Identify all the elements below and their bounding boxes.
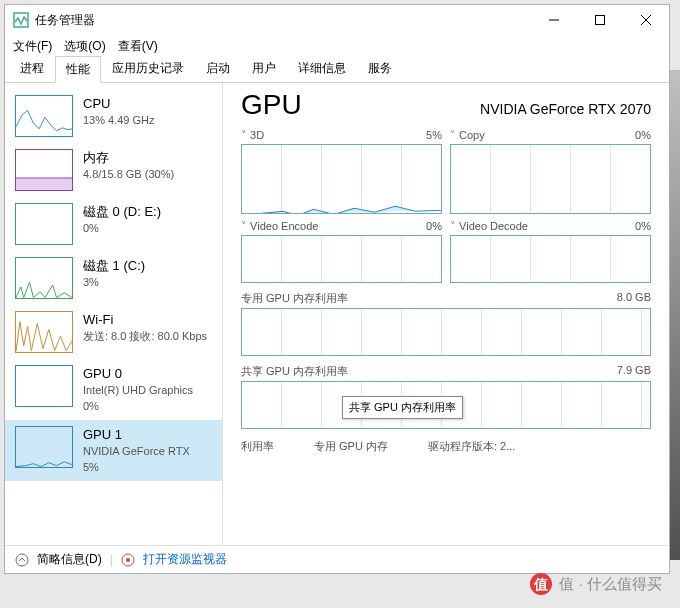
sidebar-gpu0-title: GPU 0 — [83, 365, 193, 383]
menu-options[interactable]: 选项(O) — [64, 38, 105, 55]
window-title: 任务管理器 — [35, 12, 531, 29]
sidebar-wifi-title: Wi-Fi — [83, 311, 207, 329]
tab-app-history[interactable]: 应用历史记录 — [101, 55, 195, 82]
sidebar-mem-sub: 4.8/15.8 GB (30%) — [83, 167, 174, 182]
task-manager-window: 任务管理器 文件(F) 选项(O) 查看(V) 进程 性能 应用历史记录 启动 … — [4, 4, 670, 574]
close-button[interactable] — [623, 5, 669, 35]
svg-rect-5 — [16, 178, 72, 191]
monitor-icon — [121, 553, 135, 567]
sidebar-disk0-title: 磁盘 0 (D: E:) — [83, 203, 161, 221]
stat-driver-label: 驱动程序版本: — [428, 440, 497, 452]
chart-shared-memory: 共享 GPU 内存利用率 — [241, 381, 651, 429]
sidebar: CPU13% 4.49 GHz 内存4.8/15.8 GB (30%) 磁盘 0… — [5, 83, 223, 545]
minimize-button[interactable] — [531, 5, 577, 35]
sidebar-gpu1-title: GPU 1 — [83, 426, 190, 444]
sidebar-wifi-sub: 发送: 8.0 接收: 80.0 Kbps — [83, 329, 207, 344]
sidebar-disk1-sub: 3% — [83, 275, 145, 290]
stat-dedmem-label: 专用 GPU 内存 — [314, 439, 388, 454]
watermark: 值 值 · 什么值得买 — [529, 572, 662, 596]
statusbar: 简略信息(D) | 打开资源监视器 — [5, 545, 669, 573]
sidebar-item-gpu0[interactable]: GPU 0Intel(R) UHD Graphics 0% — [5, 359, 222, 420]
sidebar-item-memory[interactable]: 内存4.8/15.8 GB (30%) — [5, 143, 222, 197]
svg-rect-2 — [596, 16, 605, 25]
watermark-icon: 值 — [529, 572, 553, 596]
tab-processes[interactable]: 进程 — [9, 55, 55, 82]
titlebar: 任务管理器 — [5, 5, 669, 35]
brief-info-link[interactable]: 简略信息(D) — [37, 551, 102, 568]
resource-monitor-link[interactable]: 打开资源监视器 — [143, 551, 227, 568]
app-icon — [13, 12, 29, 28]
stat-util-label: 利用率 — [241, 439, 274, 454]
sidebar-disk0-sub: 0% — [83, 221, 161, 236]
maximize-button[interactable] — [577, 5, 623, 35]
dedmem-max: 8.0 GB — [617, 291, 651, 306]
svg-text:值: 值 — [533, 576, 548, 592]
sidebar-mem-title: 内存 — [83, 149, 174, 167]
sidebar-gpu0-sub: Intel(R) UHD Graphics 0% — [83, 383, 193, 414]
watermark-text: 值 · 什么值得买 — [559, 575, 662, 594]
menu-file[interactable]: 文件(F) — [13, 38, 52, 55]
chart-video-encode — [241, 235, 442, 283]
chart-3d-value: 5% — [426, 129, 442, 142]
tab-bar: 进程 性能 应用历史记录 启动 用户 详细信息 服务 — [5, 57, 669, 83]
chart-copy-label[interactable]: Copy — [450, 129, 485, 142]
sidebar-item-disk1[interactable]: 磁盘 1 (C:)3% — [5, 251, 222, 305]
sidebar-cpu-title: CPU — [83, 95, 155, 113]
sidebar-item-cpu[interactable]: CPU13% 4.49 GHz — [5, 89, 222, 143]
tooltip: 共享 GPU 内存利用率 — [342, 396, 463, 419]
dedmem-label: 专用 GPU 内存利用率 — [241, 291, 348, 306]
detail-panel: GPU NVIDIA GeForce RTX 2070 3D5% Copy0% … — [223, 83, 669, 545]
chart-video-decode — [450, 235, 651, 283]
chart-vdec-label[interactable]: Video Decode — [450, 220, 528, 233]
chart-3d-label[interactable]: 3D — [241, 129, 264, 142]
sidebar-item-disk0[interactable]: 磁盘 0 (D: E:)0% — [5, 197, 222, 251]
chart-venc-value: 0% — [426, 220, 442, 233]
tab-services[interactable]: 服务 — [357, 55, 403, 82]
tab-startup[interactable]: 启动 — [195, 55, 241, 82]
shmem-max: 7.9 GB — [617, 364, 651, 379]
chart-venc-label[interactable]: Video Encode — [241, 220, 318, 233]
chart-copy-value: 0% — [635, 129, 651, 142]
sidebar-disk1-title: 磁盘 1 (C:) — [83, 257, 145, 275]
tab-details[interactable]: 详细信息 — [287, 55, 357, 82]
sidebar-cpu-sub: 13% 4.49 GHz — [83, 113, 155, 128]
chart-copy — [450, 144, 651, 214]
svg-point-7 — [16, 554, 28, 566]
chart-3d — [241, 144, 442, 214]
collapse-icon[interactable] — [15, 553, 29, 567]
menubar: 文件(F) 选项(O) 查看(V) — [5, 35, 669, 57]
stat-driver-val: 2... — [500, 440, 515, 452]
svg-point-9 — [126, 558, 130, 562]
shmem-label: 共享 GPU 内存利用率 — [241, 364, 348, 379]
chart-dedicated-memory — [241, 308, 651, 356]
chart-vdec-value: 0% — [635, 220, 651, 233]
sidebar-gpu1-sub: NVIDIA GeForce RTX 5% — [83, 444, 190, 475]
sidebar-item-gpu1[interactable]: GPU 1NVIDIA GeForce RTX 5% — [5, 420, 222, 481]
tab-performance[interactable]: 性能 — [55, 56, 101, 83]
sidebar-item-wifi[interactable]: Wi-Fi发送: 8.0 接收: 80.0 Kbps — [5, 305, 222, 359]
tab-users[interactable]: 用户 — [241, 55, 287, 82]
detail-title: GPU — [241, 89, 302, 121]
detail-model: NVIDIA GeForce RTX 2070 — [480, 101, 651, 117]
menu-view[interactable]: 查看(V) — [118, 38, 158, 55]
